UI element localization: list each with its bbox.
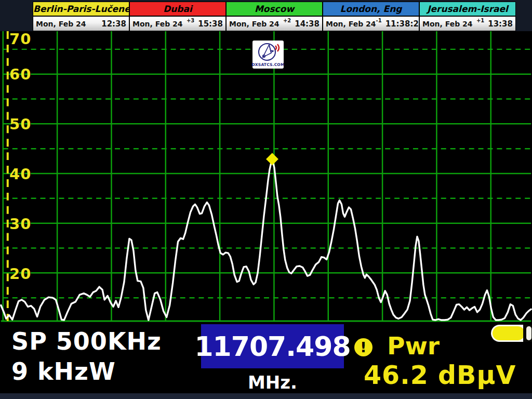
power-value: 46.2 dBµV (364, 361, 516, 390)
clock-cell-dubai: DubaiMon, Feb 24+315:38 (130, 2, 227, 31)
frequency-display[interactable]: 11707.498 (201, 324, 344, 368)
clock-date: Mon, Feb 24 (229, 20, 283, 28)
clock-city-label: Jerusalem-Israel (420, 2, 515, 17)
toggle-on-area (493, 326, 525, 340)
clock-time-row: Mon, Feb 24-111:38:29 (323, 17, 419, 31)
clock-date: Mon, Feb 24 (36, 20, 98, 28)
clock-utc-offset: +3 (187, 18, 194, 23)
clock-utc-offset: +2 (283, 18, 291, 23)
clock-time-row: Mon, Feb 2412:38 (33, 17, 129, 31)
bandwidth-setting: 9 kHzW (11, 357, 116, 385)
toggle-switch[interactable] (491, 325, 532, 342)
world-clock-bar: Berlin-Paris-LučenecMon, Feb 2412:38Duba… (0, 0, 532, 31)
clock-city-label: London, Eng (323, 2, 419, 17)
clock-cell-moscow: MoscowMon, Feb 24+214:38 (227, 2, 323, 31)
spectrum-analyzer-screen: Berlin-Paris-LučenecMon, Feb 2412:38Duba… (0, 0, 532, 399)
y-tick-label-40: 40 (9, 166, 31, 182)
clock-time: 15:38 (198, 19, 223, 29)
clock-date: Mon, Feb 24 (422, 20, 476, 28)
clock-cell-berlin-paris-lu-enec: Berlin-Paris-LučenecMon, Feb 2412:38 (33, 2, 130, 31)
clock-city-label: Dubai (130, 2, 225, 17)
readout-panel: SP 500KHz 9 kHzW 11707.498 MHz. ! Pwr 46… (0, 323, 532, 399)
spectrum-chart: 706050403020 DXSATCS.COM (0, 31, 532, 323)
clock-cell-jerusalem-israel: Jerusalem-IsraelMon, Feb 24+113:38 (420, 2, 515, 31)
toggle-knob (526, 326, 531, 340)
frequency-value: 11707.498 (194, 331, 350, 362)
clock-time: 14:38 (295, 19, 320, 29)
clock-city-label: Moscow (227, 2, 322, 17)
dxsatcs-logo: DXSATCS.COM (252, 41, 284, 69)
y-tick-label-60: 60 (9, 66, 31, 82)
clock-time: 12:38 (101, 19, 126, 29)
clock-utc-offset: +1 (476, 18, 484, 23)
clock-date: Mon, Feb 24 (132, 20, 187, 28)
clock-time: 11:38:29 (385, 19, 424, 29)
spectrum-plot (0, 31, 532, 323)
y-tick-label-20: 20 (9, 266, 31, 282)
bottom-border-strip (0, 393, 532, 399)
satellite-dish-icon (254, 42, 283, 62)
y-tick-label-70: 70 (9, 31, 31, 47)
power-label: Pwr (387, 331, 440, 360)
peak-marker-diamond (266, 153, 278, 165)
clock-table: Berlin-Paris-LučenecMon, Feb 2412:38Duba… (33, 2, 516, 31)
y-tick-label-50: 50 (9, 116, 31, 132)
clock-time-row: Mon, Feb 24+315:38 (130, 17, 225, 31)
clock-time-row: Mon, Feb 24+214:38 (227, 17, 322, 31)
clock-cell-london-eng: London, EngMon, Feb 24-111:38:29 (323, 2, 420, 31)
y-tick-label-30: 30 (9, 216, 31, 232)
clock-city-label: Berlin-Paris-Lučenec (33, 2, 129, 17)
spectrum-trace (1, 161, 531, 320)
logo-text: DXSATCS.COM (251, 62, 284, 67)
clock-date: Mon, Feb 24 (326, 20, 376, 28)
clock-time: 13:38 (488, 19, 513, 29)
frequency-unit: MHz. (201, 372, 344, 393)
clock-utc-offset: -1 (376, 18, 382, 23)
alert-exclamation-icon: ! (354, 338, 373, 356)
clock-time-row: Mon, Feb 24+113:38 (420, 17, 515, 31)
span-setting: SP 500KHz (11, 327, 162, 355)
